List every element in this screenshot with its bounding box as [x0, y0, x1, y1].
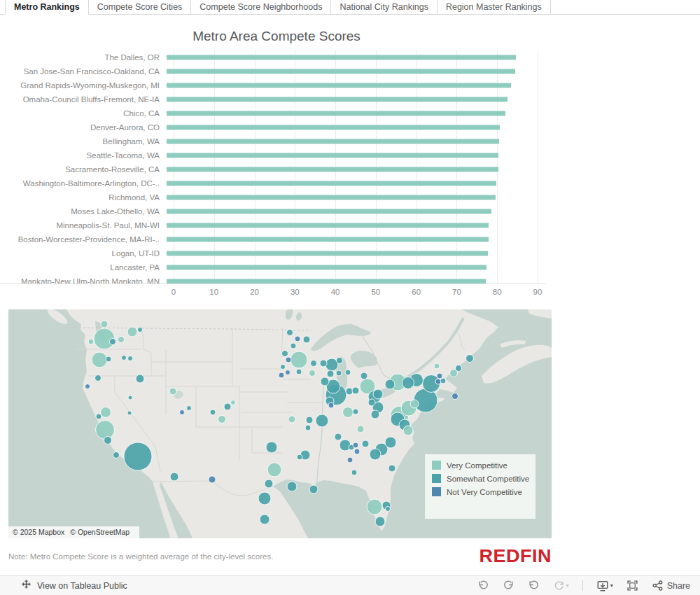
map-bubble[interactable]: [295, 336, 300, 342]
map-bubble[interactable]: [128, 356, 133, 361]
map-bubble[interactable]: [224, 403, 231, 410]
map-bubble[interactable]: [218, 416, 226, 424]
map-bubble[interactable]: [403, 426, 413, 435]
map-bubble[interactable]: [371, 410, 379, 419]
fullscreen-button[interactable]: [626, 580, 638, 592]
map-bubble[interactable]: [85, 384, 90, 389]
map-bubble[interactable]: [466, 355, 474, 363]
map-bubble[interactable]: [113, 452, 120, 458]
compete-score-bar[interactable]: [167, 69, 515, 74]
map-bubble[interactable]: [138, 328, 143, 332]
map-bubble[interactable]: [287, 330, 293, 336]
map-bubble[interactable]: [180, 410, 185, 415]
map-bubble[interactable]: [311, 360, 317, 367]
mapbox-attribution-link[interactable]: © 2025 Mapbox: [13, 528, 64, 536]
map-bubble[interactable]: [402, 377, 414, 389]
tab-metro-rankings[interactable]: Metro Rankings: [5, 0, 89, 15]
map-bubble[interactable]: [101, 407, 111, 418]
map-bubble[interactable]: [286, 370, 290, 375]
display-settings-button[interactable]: ▾: [596, 580, 613, 592]
legend-item-sc[interactable]: Somewhat Competitive: [432, 474, 528, 483]
compete-score-bar[interactable]: [167, 153, 498, 158]
map-bubble[interactable]: [290, 343, 296, 349]
map-bubble[interactable]: [106, 356, 111, 362]
legend-item-nc[interactable]: Not Very Competitive: [432, 487, 528, 496]
map-bubble[interactable]: [101, 321, 108, 328]
map-bubble[interactable]: [345, 370, 351, 375]
map-bubble[interactable]: [367, 499, 382, 514]
map-bubble[interactable]: [297, 454, 302, 460]
compete-score-bar[interactable]: [167, 111, 505, 116]
map-bubble[interactable]: [375, 517, 385, 526]
map-bubble[interactable]: [287, 482, 297, 491]
refresh-button[interactable]: ▾: [553, 580, 569, 592]
map-bubble[interactable]: [187, 406, 192, 411]
map-bubble[interactable]: [321, 377, 329, 386]
map-bubble[interactable]: [282, 351, 288, 357]
redo-button[interactable]: [503, 580, 514, 592]
map-bubble[interactable]: [327, 370, 334, 377]
map-bubble[interactable]: [347, 457, 353, 463]
map-bubble[interactable]: [231, 400, 236, 405]
view-on-tableau-public-button[interactable]: View on Tableau Public: [21, 579, 127, 592]
compete-score-bar[interactable]: [167, 167, 498, 172]
map-bubble[interactable]: [360, 372, 368, 379]
map-bubble[interactable]: [127, 327, 137, 337]
map-bubble[interactable]: [354, 449, 360, 454]
map-bubble[interactable]: [336, 370, 342, 376]
map-bubble[interactable]: [337, 358, 343, 364]
map-bubble[interactable]: [258, 492, 271, 505]
map-bubble[interactable]: [118, 337, 125, 343]
compete-score-bar[interactable]: [167, 209, 491, 214]
map-bubble[interactable]: [305, 425, 311, 430]
compete-score-bar[interactable]: [167, 279, 486, 284]
map-bubble[interactable]: [346, 388, 353, 395]
map-bubble[interactable]: [290, 351, 307, 368]
map-bubble[interactable]: [210, 410, 216, 415]
compete-score-bar[interactable]: [167, 125, 500, 130]
map-bubble[interactable]: [88, 339, 94, 344]
map-bubble[interactable]: [343, 407, 354, 418]
map-bubble[interactable]: [136, 374, 144, 383]
map-bubble[interactable]: [328, 402, 334, 408]
map-bubble[interactable]: [456, 365, 462, 372]
map-bubble[interactable]: [352, 387, 359, 394]
map-bubble[interactable]: [316, 414, 328, 427]
revert-button[interactable]: [528, 580, 540, 592]
map-bubble[interactable]: [309, 370, 316, 377]
compete-score-bar[interactable]: [167, 55, 516, 60]
compete-score-bar[interactable]: [167, 139, 499, 144]
map-bubble[interactable]: [353, 442, 358, 448]
compete-score-bar[interactable]: [167, 223, 489, 228]
map-bubble[interactable]: [303, 336, 310, 343]
map-bubble[interactable]: [265, 479, 273, 488]
map-bubble[interactable]: [96, 414, 102, 419]
compete-score-bar[interactable]: [167, 251, 488, 256]
map-bubble[interactable]: [104, 437, 112, 444]
compete-score-bar[interactable]: [167, 83, 511, 88]
map-bubble[interactable]: [209, 476, 216, 483]
tab-national-city-rankings[interactable]: National City Rankings: [331, 0, 437, 14]
compete-score-bar[interactable]: [167, 195, 496, 200]
map-bubble[interactable]: [286, 357, 291, 363]
map-bubble[interactable]: [385, 379, 395, 389]
tab-compete-score-cities[interactable]: Compete Score Cities: [89, 0, 192, 14]
map-bubble[interactable]: [434, 363, 440, 369]
map-bubble[interactable]: [122, 356, 127, 360]
map-bubble[interactable]: [296, 369, 302, 374]
compete-score-bar[interactable]: [167, 265, 486, 270]
compete-score-bar[interactable]: [167, 97, 507, 102]
map-bubble[interactable]: [279, 372, 284, 378]
map-bubble[interactable]: [373, 389, 383, 399]
map-bubble[interactable]: [440, 378, 446, 384]
compete-score-bar[interactable]: [167, 181, 496, 186]
map-bubble[interactable]: [357, 426, 364, 433]
legend-item-vc[interactable]: Very Competitive: [432, 461, 528, 470]
compete-score-bar[interactable]: [167, 237, 489, 242]
tab-compete-score-neighborhoods[interactable]: Compete Score Neighborhoods: [191, 0, 331, 14]
map-bubble[interactable]: [388, 465, 396, 472]
map-bubble[interactable]: [309, 485, 318, 493]
map-bubble[interactable]: [335, 433, 342, 440]
map-bubble[interactable]: [92, 352, 107, 368]
map-bubble[interactable]: [124, 442, 152, 470]
